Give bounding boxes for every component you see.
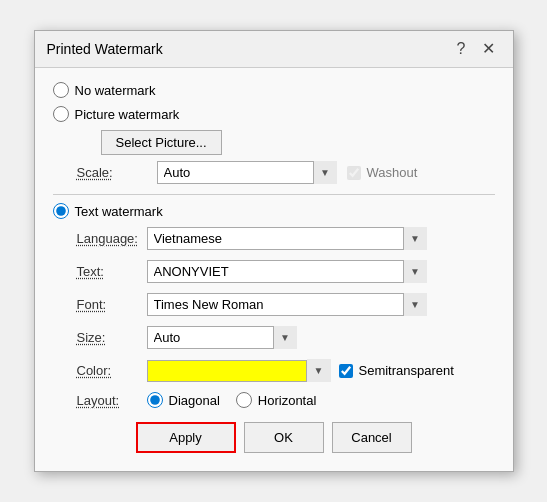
title-bar: Printed Watermark ? ✕: [35, 31, 513, 68]
language-row: Language: Vietnamese ▼: [77, 227, 495, 250]
layout-group: Diagonal Horizontal: [147, 392, 317, 408]
help-button[interactable]: ?: [451, 39, 472, 59]
horizontal-text: Horizontal: [258, 393, 317, 408]
color-label: Color:: [77, 363, 147, 378]
semitransparent-group: Semitransparent: [339, 363, 454, 378]
dialog-content: No watermark Picture watermark Select Pi…: [35, 68, 513, 471]
text-select[interactable]: ANONYVIET: [147, 260, 427, 283]
dialog-title: Printed Watermark: [47, 41, 163, 57]
size-select[interactable]: Auto: [147, 326, 297, 349]
no-watermark-radio[interactable]: [53, 82, 69, 98]
diagonal-label[interactable]: Diagonal: [147, 392, 220, 408]
size-label: Size:: [77, 330, 147, 345]
select-picture-container: Select Picture...: [77, 130, 495, 161]
no-watermark-text: No watermark: [75, 83, 156, 98]
scale-select-wrapper: Auto ▼: [157, 161, 337, 184]
washout-checkbox[interactable]: [347, 166, 361, 180]
text-watermark-label[interactable]: Text watermark: [53, 203, 495, 219]
button-row: Apply OK Cancel: [53, 422, 495, 457]
color-select[interactable]: [307, 359, 331, 382]
diagonal-text: Diagonal: [169, 393, 220, 408]
color-swatch[interactable]: [147, 360, 307, 382]
picture-watermark-label[interactable]: Picture watermark: [53, 106, 495, 122]
text-label: Text:: [77, 264, 147, 279]
semitransparent-label: Semitransparent: [359, 363, 454, 378]
title-bar-left: Printed Watermark: [47, 41, 163, 57]
apply-button[interactable]: Apply: [136, 422, 236, 453]
text-select-wrapper: ANONYVIET ▼: [147, 260, 427, 283]
text-watermark-row: Text watermark: [53, 203, 495, 219]
washout-label: Washout: [367, 165, 418, 180]
select-picture-button[interactable]: Select Picture...: [101, 130, 222, 155]
size-row: Size: Auto ▼: [77, 326, 495, 349]
font-row: Font: Times New Roman ▼: [77, 293, 495, 316]
layout-row: Layout: Diagonal Horizontal: [77, 392, 495, 408]
no-watermark-row: No watermark: [53, 82, 495, 98]
color-row: Color: ▼ Semitransparent: [77, 359, 495, 382]
size-select-wrapper: Auto ▼: [147, 326, 297, 349]
horizontal-label[interactable]: Horizontal: [236, 392, 317, 408]
title-bar-right: ? ✕: [451, 39, 501, 59]
printed-watermark-dialog: Printed Watermark ? ✕ No watermark Pictu…: [34, 30, 514, 472]
language-select[interactable]: Vietnamese: [147, 227, 427, 250]
font-label: Font:: [77, 297, 147, 312]
horizontal-radio[interactable]: [236, 392, 252, 408]
diagonal-radio[interactable]: [147, 392, 163, 408]
text-row: Text: ANONYVIET ▼: [77, 260, 495, 283]
divider: [53, 194, 495, 195]
picture-watermark-row: Picture watermark: [53, 106, 495, 122]
semitransparent-checkbox[interactable]: [339, 364, 353, 378]
picture-watermark-text: Picture watermark: [75, 107, 180, 122]
scale-row: Scale: Auto ▼ Washout: [77, 161, 495, 184]
scale-label: Scale:: [77, 165, 147, 180]
ok-button[interactable]: OK: [244, 422, 324, 453]
language-label: Language:: [77, 231, 147, 246]
text-watermark-radio[interactable]: [53, 203, 69, 219]
language-select-wrapper: Vietnamese ▼: [147, 227, 427, 250]
no-watermark-label[interactable]: No watermark: [53, 82, 495, 98]
washout-group: Washout: [347, 165, 418, 180]
color-dropdown-wrapper: ▼: [307, 359, 331, 382]
cancel-button[interactable]: Cancel: [332, 422, 412, 453]
picture-watermark-radio[interactable]: [53, 106, 69, 122]
font-select[interactable]: Times New Roman: [147, 293, 427, 316]
scale-select[interactable]: Auto: [157, 161, 337, 184]
close-button[interactable]: ✕: [476, 39, 501, 59]
font-select-wrapper: Times New Roman ▼: [147, 293, 427, 316]
layout-label: Layout:: [77, 393, 147, 408]
text-watermark-text: Text watermark: [75, 204, 163, 219]
